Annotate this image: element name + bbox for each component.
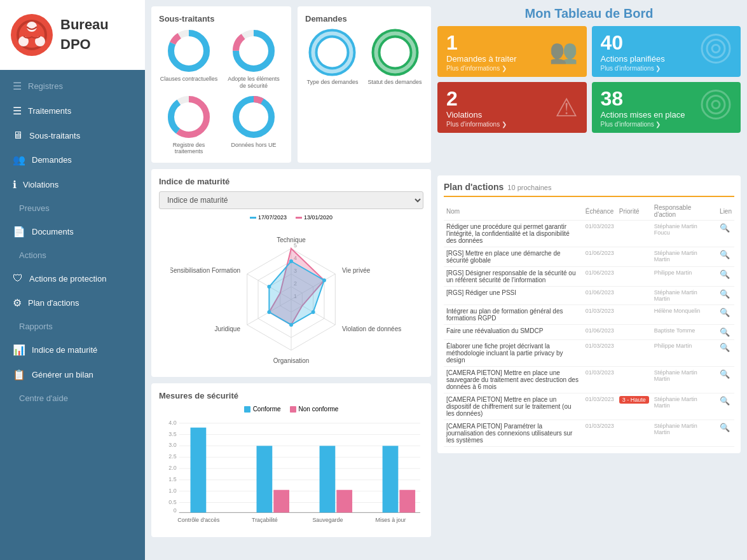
sidebar-item-traitements[interactable]: ☰ Traitements — [0, 99, 145, 123]
traitements-icon: ☰ — [13, 105, 22, 117]
cell-priorite — [617, 325, 652, 340]
cell-responsable: Stéphanie Martin Martin — [652, 287, 717, 305]
logo-icon — [10, 13, 54, 57]
cell-lien[interactable]: 🔍 — [717, 340, 734, 367]
cell-lien[interactable]: 🔍 — [717, 267, 734, 287]
sidebar-item-preuves[interactable]: Preuves — [0, 197, 145, 219]
cell-responsable: Stéphanie Martin Martin — [652, 247, 717, 267]
info-icon: ℹ — [13, 179, 17, 191]
bar-mises-conforme — [383, 446, 399, 513]
sidebar-item-sous-traitants[interactable]: 🖥 Sous-traitants — [0, 123, 145, 147]
sidebar-item-actions-protection[interactable]: 🛡 Actions de protection — [0, 266, 145, 290]
cell-nom: [CAMERA PIETON] Paramétrer la journalisa… — [444, 420, 583, 447]
cell-date: 01/06/2023 — [583, 287, 617, 305]
svg-point-54 — [289, 323, 293, 327]
donut-statut: Statut des demandes — [368, 29, 422, 86]
cell-priorite — [617, 247, 652, 267]
kpi-actions-planifiees-link[interactable]: Plus d'informations ❯ — [601, 65, 661, 72]
kpi-actions-mises-en-place-icon — [700, 89, 732, 126]
maturite-select[interactable]: Indice de maturité — [159, 191, 423, 209]
sidebar-item-plan-actions[interactable]: ⚙ Plan d'actions — [0, 290, 145, 315]
chart-icon: 📊 — [13, 344, 25, 356]
donuts-grid: Clauses contractuelles Adopte les élémen… — [159, 29, 284, 155]
sidebar-item-registres[interactable]: ☰ Registres — [0, 74, 145, 99]
donut-registre-label: Registre des traitements — [159, 142, 219, 156]
cell-responsable: Stéphanie Martin Martin — [652, 367, 717, 393]
donut-clauses: Clauses contractuelles — [159, 29, 219, 90]
col-priorite: Priorité — [617, 202, 652, 221]
kpi-actions-planifiees-icon — [700, 33, 732, 71]
logo-area: Bureau DPO — [0, 0, 145, 70]
cell-priorite — [617, 420, 652, 447]
cell-priorite — [617, 267, 652, 287]
cell-responsable: Philippe Martin — [652, 340, 717, 367]
cell-lien[interactable]: 🔍 — [717, 287, 734, 305]
table-row: Élaborer une fiche projet décrivant la m… — [444, 340, 734, 367]
plan-actions-card: Plan d'actions 10 prochaines Nom Échéanc… — [437, 175, 741, 453]
list-icon: ☰ — [13, 80, 22, 92]
kpi-demandes-icon: 👥 — [549, 38, 578, 65]
kpi-violations-link[interactable]: Plus d'informations ❯ — [446, 121, 507, 128]
radar-legend-date2: 13/01/2020 — [296, 214, 332, 221]
sidebar-item-centre-aide[interactable]: Centre d'aide — [0, 387, 145, 409]
donut-type-label: Type des demandes — [306, 79, 358, 86]
sidebar-item-rapports[interactable]: Rapports — [0, 315, 145, 338]
sidebar-item-generer-bilan[interactable]: 📋 Générer un bilan — [0, 362, 145, 387]
svg-text:Sensibilisation Formation: Sensibilisation Formation — [170, 267, 240, 274]
donut-registre-svg — [167, 95, 211, 139]
sidebar-item-indice-maturite[interactable]: 📊 Indice de maturité — [0, 338, 145, 362]
plan-actions-table: Nom Échéance Priorité Responsabled'actio… — [444, 202, 734, 447]
cell-lien[interactable]: 🔍 — [717, 393, 734, 420]
cell-lien[interactable]: 🔍 — [717, 305, 734, 325]
kpi-actions-mises-en-place-link[interactable]: Plus d'informations ❯ — [601, 121, 661, 128]
sous-traitants-card: Sous-traitants Clauses contractuelles — [151, 6, 291, 163]
plan-actions-header: Plan d'actions 10 prochaines — [444, 182, 734, 197]
cell-lien[interactable]: 🔍 — [717, 325, 734, 340]
cell-nom: [RGS] Rédiger une PSSI — [444, 287, 583, 305]
sidebar-item-documents[interactable]: 📄 Documents — [0, 219, 145, 244]
kpi-demandes: 1 Demandes à traiter Plus d'informations… — [437, 26, 587, 77]
svg-point-18 — [322, 43, 343, 63]
tableau-section: Mon Tableau de Bord 1 Demandes à traiter… — [437, 6, 741, 163]
legend-conforme: Conforme — [244, 406, 281, 413]
sidebar-item-actions[interactable]: Actions — [0, 244, 145, 266]
priority-badge: 3 - Haute — [619, 396, 649, 404]
kpi-demandes-link[interactable]: Plus d'informations ❯ — [446, 65, 507, 72]
svg-text:4.0: 4.0 — [168, 420, 176, 426]
left-col: Indice de maturité Indice de maturité 17… — [151, 169, 431, 537]
svg-point-2 — [27, 22, 37, 32]
donut-clauses-svg — [167, 29, 211, 73]
cell-responsable: Stéphanie Martin Martin — [652, 393, 717, 420]
cell-lien[interactable]: 🔍 — [717, 221, 734, 247]
sidebar-item-violations[interactable]: ℹ Violations — [0, 172, 145, 197]
donut-elements-svg — [231, 29, 276, 73]
sidebar-item-demandes[interactable]: 👥 Demandes — [0, 147, 145, 172]
cell-date: 01/03/2023 — [583, 367, 617, 393]
svg-text:Sauvegarde: Sauvegarde — [312, 517, 343, 523]
donut-donnees-svg — [231, 95, 276, 139]
kpi-grid: 1 Demandes à traiter Plus d'informations… — [437, 26, 741, 133]
svg-text:Contrôle d'accès: Contrôle d'accès — [177, 517, 220, 523]
svg-point-24 — [712, 45, 720, 53]
cell-lien[interactable]: 🔍 — [717, 367, 734, 393]
svg-text:Traçabilité: Traçabilité — [252, 517, 278, 523]
table-header-row: Nom Échéance Priorité Responsabled'actio… — [444, 202, 734, 221]
monitor-icon: 🖥 — [13, 130, 23, 141]
mesures-legend: Conforme Non conforme — [159, 406, 423, 413]
logo-text: Bureau DPO — [60, 15, 109, 55]
radar-chart-svg: 5 4 3 2 1 Technique Vie privée Violation… — [170, 223, 412, 369]
table-row: Faire une réévaluation du SMDCP01/06/202… — [444, 325, 734, 340]
kpi-actions-mises-en-place: 38 Actions mises en place Plus d'informa… — [592, 82, 741, 133]
legend-non-conforme: Non conforme — [290, 406, 339, 413]
cell-lien[interactable]: 🔍 — [717, 420, 734, 447]
cell-date: 01/03/2023 — [583, 393, 617, 420]
cell-responsable: Stéphanie Martin Martin — [652, 420, 717, 447]
cell-lien[interactable]: 🔍 — [717, 247, 734, 267]
cell-nom: [RGS] Désigner responsable de la sécurit… — [444, 267, 583, 287]
svg-marker-50 — [269, 261, 324, 325]
plan-actions-title: Plan d'actions — [444, 182, 504, 192]
bar-chart-svg: 4.0 3.5 3.0 2.5 2.0 1.5 1.0 0.5 0 — [159, 416, 423, 528]
bar-sauvegarde-conforme — [320, 446, 336, 513]
svg-text:1.5: 1.5 — [168, 476, 176, 482]
table-row: [RGS] Rédiger une PSSI01/06/2023Stéphani… — [444, 287, 734, 305]
